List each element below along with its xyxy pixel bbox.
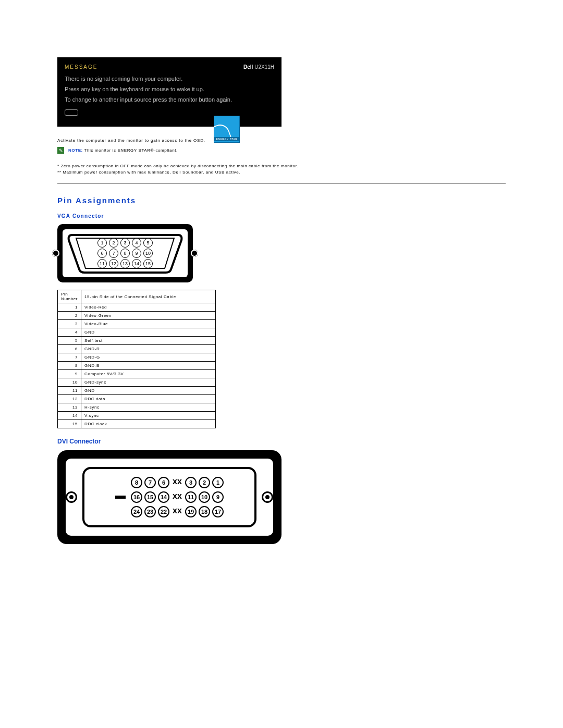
vga-pin: 2 <box>109 238 118 248</box>
energy-star-label: ENERGY STAR <box>214 137 239 141</box>
pin-number-cell: 8 <box>58 362 81 370</box>
dvi-screw-icon <box>66 491 77 503</box>
footnote-1: * Zero power consumption in OFF mode can… <box>57 163 506 169</box>
table-row: 7GND-G <box>58 353 216 362</box>
table-row: 10GND-sync <box>58 378 216 387</box>
vga-connector-diagram: 123456789101112131415 <box>57 224 193 282</box>
dvi-pin: 3 <box>185 477 197 488</box>
vga-pin: 5 <box>143 238 153 248</box>
dvi-pin: 17 <box>212 506 224 517</box>
table-row: 11GND <box>58 387 216 395</box>
pin-number-cell: 6 <box>58 345 81 353</box>
pin-number-cell: 3 <box>58 320 81 328</box>
table-row: 13H-sync <box>58 403 216 412</box>
pin-signal-cell: GND-B <box>81 362 216 370</box>
pin-number-cell: 12 <box>58 395 81 403</box>
note-text: NOTE: This monitor is ENERGY STAR®-compl… <box>68 148 178 153</box>
vga-pin: 1 <box>97 238 107 248</box>
dvi-pin: 2 <box>199 477 210 488</box>
dvi-pin: 24 <box>131 506 142 517</box>
pin-signal-cell: H-sync <box>81 403 216 412</box>
dvi-connector-diagram: 876xx321161514xx11109242322xx191817 <box>57 450 282 544</box>
vga-pin: 9 <box>132 249 141 258</box>
dvi-blank-pins: xx <box>172 477 183 488</box>
note-icon: ✎ <box>57 147 64 154</box>
pin-table-header-right: 15-pin Side of the Connected Signal Cabl… <box>81 290 216 303</box>
vga-pin: 4 <box>132 238 141 248</box>
pin-signal-cell: GND-R <box>81 345 216 353</box>
table-row: 14V-sync <box>58 412 216 420</box>
pin-signal-cell: DDC clock <box>81 420 216 428</box>
vga-pin: 13 <box>120 259 130 268</box>
energy-star-badge: ENERGY STAR <box>214 116 240 143</box>
pin-number-cell: 1 <box>58 303 81 312</box>
pin-assignments-heading: Pin Assignments <box>57 196 506 205</box>
dvi-pin: 1 <box>212 477 224 488</box>
osd-line-3: To change to another input source press … <box>65 95 274 105</box>
section-divider <box>57 183 506 183</box>
pin-number-cell: 13 <box>58 403 81 412</box>
dvi-pin: 11 <box>185 491 197 503</box>
dvi-pin: 22 <box>158 506 169 517</box>
pin-signal-cell: GND-sync <box>81 378 216 387</box>
table-row: 6GND-R <box>58 345 216 353</box>
dvi-pin: 8 <box>131 477 142 488</box>
table-row: 3Video-Blue <box>58 320 216 328</box>
dvi-blank-pins: xx <box>172 506 183 517</box>
osd-line-1: There is no signal coming from your comp… <box>65 74 274 84</box>
table-row: 15DDC clock <box>58 420 216 428</box>
table-row: 2Video-Green <box>58 312 216 320</box>
vga-pin: 6 <box>97 249 107 258</box>
dvi-pin: 15 <box>144 491 156 503</box>
pin-number-cell: 7 <box>58 353 81 362</box>
dvi-pin: 10 <box>199 491 210 503</box>
osd-message-label: MESSAGE <box>65 63 97 72</box>
pin-signal-cell: Self-test <box>81 337 216 345</box>
pin-number-cell: 14 <box>58 412 81 420</box>
dvi-ground-slot-icon <box>115 496 126 499</box>
osd-line-2: Press any key on the keyboard or mouse t… <box>65 84 274 95</box>
pin-signal-cell: Video-Red <box>81 303 216 312</box>
vga-connector-icon <box>65 109 78 116</box>
footnote-2: ** Maximum power consumption with max lu… <box>57 169 506 176</box>
vga-pin: 15 <box>143 259 153 268</box>
pin-signal-cell: GND <box>81 328 216 337</box>
dvi-pin: 16 <box>131 491 142 503</box>
table-row: 5Self-test <box>58 337 216 345</box>
osd-message-box: MESSAGE Dell U2X11H There is no signal c… <box>57 57 282 127</box>
osd-connector-icon-row <box>65 109 274 119</box>
pin-number-cell: 15 <box>58 420 81 428</box>
pin-signal-cell: Video-Blue <box>81 320 216 328</box>
pin-number-cell: 4 <box>58 328 81 337</box>
vga-pin: 14 <box>132 259 141 268</box>
vga-pin: 12 <box>109 259 118 268</box>
pin-number-cell: 2 <box>58 312 81 320</box>
dvi-pin: 14 <box>158 491 169 503</box>
dvi-pin: 6 <box>158 477 169 488</box>
osd-model: Dell U2X11H <box>243 63 274 72</box>
dvi-pin: 23 <box>144 506 156 517</box>
pin-signal-cell: GND-G <box>81 353 216 362</box>
osd-caption: Activate the computer and the monitor to… <box>57 138 506 143</box>
vga-pin: 8 <box>120 249 130 258</box>
vga-screw-icon <box>52 250 59 257</box>
pin-number-cell: 10 <box>58 378 81 387</box>
pin-number-cell: 11 <box>58 387 81 395</box>
dvi-pin: 7 <box>144 477 156 488</box>
table-row: 4GND <box>58 328 216 337</box>
dvi-connector-heading: DVI Connector <box>57 438 506 445</box>
vga-pin: 11 <box>97 259 107 268</box>
dvi-blank-pins: xx <box>172 491 183 503</box>
vga-pin: 3 <box>120 238 130 248</box>
pin-signal-cell: Computer 5V/3.3V <box>81 370 216 378</box>
dvi-screw-icon <box>262 491 273 503</box>
dvi-pin: 9 <box>212 491 224 503</box>
vga-pin-table: Pin Number 15-pin Side of the Connected … <box>57 290 216 428</box>
table-row: 8GND-B <box>58 362 216 370</box>
table-row: 1Video-Red <box>58 303 216 312</box>
vga-screw-icon <box>191 250 198 257</box>
dvi-pin: 18 <box>199 506 210 517</box>
pin-number-cell: 9 <box>58 370 81 378</box>
pin-table-header-left: Pin Number <box>58 290 81 303</box>
dvi-pin: 19 <box>185 506 197 517</box>
